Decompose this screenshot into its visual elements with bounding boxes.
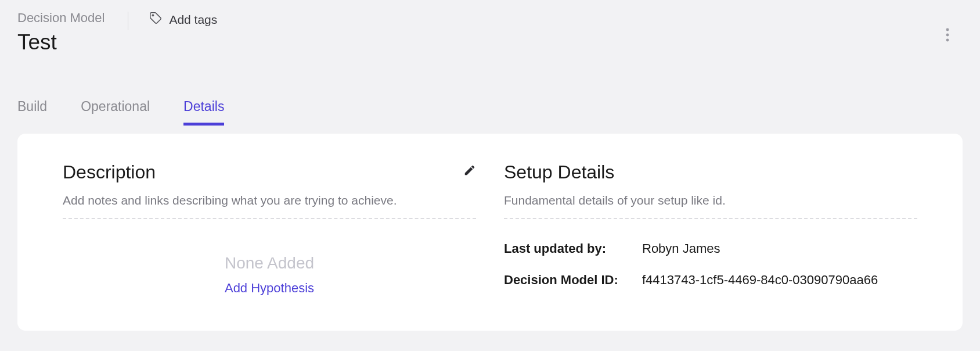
tab-details[interactable]: Details	[183, 99, 224, 126]
description-title: Description	[63, 162, 156, 183]
edit-description-button[interactable]	[463, 164, 476, 179]
tab-build[interactable]: Build	[17, 99, 47, 126]
tabs: Build Operational Details	[0, 99, 980, 126]
setup-row-last-updated: Last updated by: Robyn James	[504, 241, 917, 256]
breadcrumb: Decision Model	[17, 10, 105, 26]
svg-point-3	[946, 39, 949, 42]
divider	[128, 12, 128, 30]
setup-subtitle: Fundamental details of your setup like i…	[504, 194, 917, 207]
setup-value: Robyn James	[642, 241, 720, 256]
svg-point-0	[153, 15, 154, 16]
setup-row-model-id: Decision Model ID: f4413743-1cf5-4469-84…	[504, 273, 917, 288]
divider	[504, 218, 917, 219]
svg-point-1	[946, 28, 949, 31]
setup-title: Setup Details	[504, 162, 614, 183]
setup-value: f4413743-1cf5-4469-84c0-03090790aa66	[642, 273, 878, 288]
more-menu-button[interactable]	[937, 24, 958, 45]
setup-panel: Setup Details Fundamental details of you…	[504, 162, 917, 296]
tab-operational[interactable]: Operational	[81, 99, 150, 126]
setup-label: Decision Model ID:	[504, 273, 642, 288]
add-tags-button[interactable]: Add tags	[149, 12, 217, 27]
add-hypothesis-link[interactable]: Add Hypothesis	[225, 281, 314, 296]
pencil-icon	[463, 169, 476, 178]
divider	[63, 218, 476, 219]
description-panel: Description Add notes and links describi…	[63, 162, 476, 296]
setup-label: Last updated by:	[504, 241, 642, 256]
tag-icon	[149, 12, 162, 27]
add-tags-label: Add tags	[169, 13, 217, 27]
details-card: Description Add notes and links describi…	[17, 134, 963, 331]
svg-point-2	[946, 34, 949, 37]
description-subtitle: Add notes and links describing what you …	[63, 194, 476, 207]
page-title: Test	[17, 30, 105, 55]
description-empty-text: None Added	[63, 254, 476, 273]
